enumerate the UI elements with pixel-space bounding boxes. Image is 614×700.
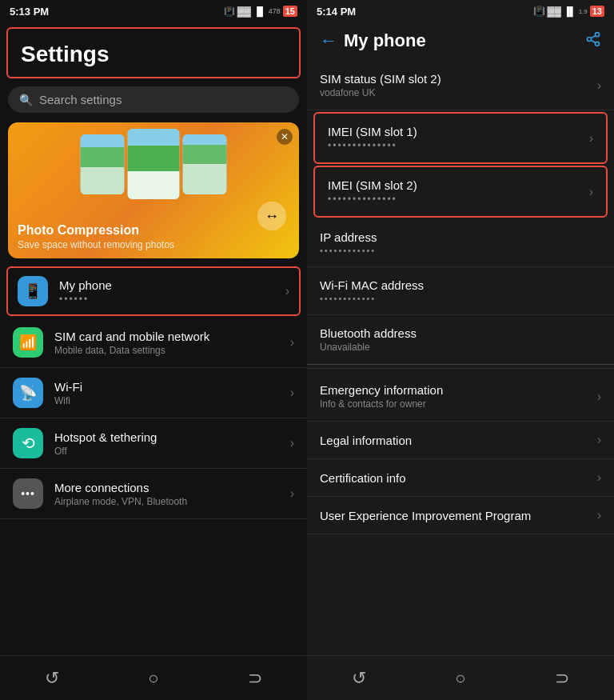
page-title: My phone — [344, 30, 585, 51]
imei-1-title: IMEI (SIM slot 1) — [328, 125, 589, 138]
bluetooth-subtitle: Unavailable — [320, 342, 601, 353]
hotspot-title: Hotspot & tethering — [54, 430, 279, 444]
my-phone-chevron: › — [285, 284, 289, 298]
right-item-emergency[interactable]: Emergency information Info & contacts fo… — [307, 372, 614, 422]
more-connections-chevron: › — [290, 486, 294, 501]
status-icons-right: 📳 ▓▓ ▐▌ 1.9 13 — [533, 6, 604, 17]
my-phone-icon: 📱 — [18, 276, 48, 306]
certification-chevron: › — [597, 470, 601, 485]
wifi-mac-text: Wi-Fi MAC address •••••••••••• — [320, 278, 601, 303]
signal-icon-left: ▐▌ — [253, 6, 266, 16]
svg-point-2 — [596, 42, 600, 46]
vibrate-icon: 📳 — [224, 6, 235, 17]
section-divider — [307, 368, 614, 369]
svg-point-1 — [588, 37, 592, 41]
my-phone-title: My phone — [59, 278, 274, 292]
right-panel: 5:14 PM 📳 ▓▓ ▐▌ 1.9 13 ← My phone SIM st… — [307, 0, 614, 700]
more-connections-title: More connections — [54, 481, 279, 494]
right-item-bluetooth[interactable]: Bluetooth address Unavailable — [307, 315, 614, 365]
emergency-chevron: › — [597, 390, 601, 404]
status-icons-left: 📳 ▓▓ ▐▌ 478 15 — [224, 6, 297, 17]
more-connections-text: More connections Airplane mode, VPN, Blu… — [54, 481, 279, 507]
svg-point-0 — [596, 32, 600, 36]
time-right: 5:14 PM — [317, 6, 356, 18]
settings-item-hotspot[interactable]: ⟲ Hotspot & tethering Off › — [0, 418, 307, 469]
settings-item-more-connections[interactable]: ••• More connections Airplane mode, VPN,… — [0, 469, 307, 519]
my-phone-subtitle: •••••• — [59, 294, 274, 305]
right-item-wifi-mac[interactable]: Wi-Fi MAC address •••••••••••• — [307, 267, 614, 315]
imei-1-subtitle: •••••••••••••• — [328, 140, 589, 151]
right-item-certification[interactable]: Certification info › — [307, 459, 614, 497]
promo-banner: ✕ ↔ Photo Compression Save space without… — [8, 122, 299, 258]
right-item-imei-1[interactable]: IMEI (SIM slot 1) •••••••••••••• › — [313, 112, 608, 164]
nav-recent-left[interactable]: ↺ — [45, 668, 59, 689]
wifi-icon-left: ▓▓ — [237, 6, 252, 17]
nav-home-right[interactable]: ○ — [455, 668, 465, 689]
right-item-ip[interactable]: IP address •••••••••••• — [307, 219, 614, 267]
sim-status-chevron: › — [597, 78, 601, 93]
bluetooth-text: Bluetooth address Unavailable — [320, 326, 601, 353]
right-list: SIM status (SIM slot 2) vodafone UK › IM… — [307, 61, 614, 655]
ip-subtitle: •••••••••••• — [320, 246, 601, 255]
promo-close-button[interactable]: ✕ — [277, 129, 293, 145]
battery-right: 13 — [590, 6, 604, 17]
ip-title: IP address — [320, 230, 601, 244]
imei-2-chevron: › — [589, 185, 593, 199]
more-connections-icon: ••• — [13, 478, 43, 509]
hotspot-chevron: › — [290, 436, 294, 450]
search-bar[interactable]: 🔍 Search settings — [8, 86, 299, 113]
nav-back-left[interactable]: ⊃ — [248, 668, 262, 689]
my-phone-text: My phone •••••• — [59, 278, 274, 305]
wifi-icon-right: ▓▓ — [548, 6, 562, 17]
legal-text: Legal information — [320, 434, 597, 447]
promo-title: Photo Compression — [18, 223, 289, 238]
vibrate-icon-right: 📳 — [533, 6, 545, 17]
right-item-legal[interactable]: Legal information › — [307, 422, 614, 459]
bottom-nav-right: ↺ ○ ⊃ — [307, 655, 614, 700]
emergency-subtitle: Info & contacts for owner — [320, 398, 597, 410]
wifi-icon: 📡 — [13, 378, 43, 408]
settings-title-container: Settings — [6, 27, 301, 78]
data-speed-icon: 478 — [269, 7, 281, 15]
settings-list: 📱 My phone •••••• › 📶 SIM card and mobil… — [0, 265, 307, 655]
battery-left: 15 — [283, 6, 297, 17]
certification-title: Certification info — [320, 471, 597, 485]
photo-card-3 — [183, 134, 227, 194]
hotspot-icon: ⟲ — [13, 428, 43, 458]
promo-photos-decoration — [81, 129, 227, 199]
settings-item-my-phone[interactable]: 📱 My phone •••••• › — [6, 266, 301, 316]
right-item-user-experience[interactable]: User Experience Improvement Program › — [307, 497, 614, 534]
wifi-mac-subtitle: •••••••••••• — [320, 294, 601, 303]
photo-card-2 — [128, 129, 180, 199]
user-experience-title: User Experience Improvement Program — [320, 509, 597, 522]
legal-chevron: › — [597, 433, 601, 447]
more-connections-subtitle: Airplane mode, VPN, Bluetooth — [54, 496, 279, 507]
sim-status-text: SIM status (SIM slot 2) vodafone UK — [320, 72, 597, 98]
signal-icon-right: ▐▌ — [564, 6, 576, 16]
emergency-title: Emergency information — [320, 383, 597, 397]
right-item-sim-status[interactable]: SIM status (SIM slot 2) vodafone UK › — [307, 61, 614, 110]
sim-subtitle: Mobile data, Data settings — [54, 345, 279, 356]
right-item-imei-2[interactable]: IMEI (SIM slot 2) •••••••••••••• › — [313, 166, 608, 218]
nav-back-right[interactable]: ⊃ — [555, 668, 569, 689]
imei-2-text: IMEI (SIM slot 2) •••••••••••••• — [328, 178, 589, 205]
wifi-title: Wi-Fi — [54, 380, 279, 394]
share-button[interactable] — [585, 31, 601, 51]
back-button[interactable]: ← — [320, 30, 337, 51]
imei-2-subtitle: •••••••••••••• — [328, 194, 589, 205]
imei-1-text: IMEI (SIM slot 1) •••••••••••••• — [328, 125, 589, 151]
bottom-nav-left: ↺ ○ ⊃ — [0, 655, 307, 700]
search-placeholder: Search settings — [39, 93, 122, 106]
hotspot-text: Hotspot & tethering Off — [54, 430, 279, 457]
sim-status-title: SIM status (SIM slot 2) — [320, 72, 597, 86]
svg-line-3 — [591, 40, 596, 42]
bluetooth-title: Bluetooth address — [320, 326, 601, 340]
settings-item-sim[interactable]: 📶 SIM card and mobile network Mobile dat… — [0, 318, 307, 368]
sim-icon: 📶 — [13, 327, 43, 358]
legal-title: Legal information — [320, 434, 597, 447]
nav-recent-right[interactable]: ↺ — [352, 668, 366, 689]
data-speed-right: 1.9 — [579, 8, 588, 15]
settings-item-wifi[interactable]: 📡 Wi-Fi Wifi › — [0, 368, 307, 418]
nav-home-left[interactable]: ○ — [148, 668, 158, 689]
time-left: 5:13 PM — [10, 6, 49, 18]
